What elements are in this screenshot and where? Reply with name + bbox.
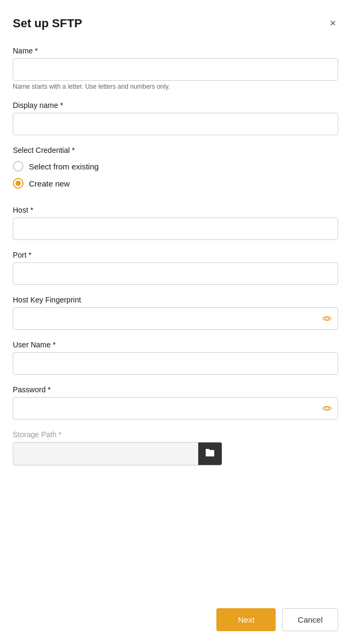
host-key-fingerprint-wrapper	[13, 307, 338, 330]
user-name-input[interactable]	[13, 352, 338, 375]
user-name-group: User Name *	[13, 340, 338, 375]
password-group: Password *	[13, 385, 338, 420]
port-input[interactable]	[13, 262, 338, 285]
host-key-fingerprint-label: Host Key Fingerprint	[13, 296, 338, 304]
password-label: Password *	[13, 385, 338, 394]
setup-sftp-modal: Set up SFTP × Name * Name starts with a …	[0, 0, 351, 644]
form-body: Name * Name starts with a letter. Use le…	[13, 46, 338, 587]
storage-path-group: Storage Path *	[13, 430, 338, 465]
folder-browse-button[interactable]	[198, 442, 222, 465]
port-label: Port *	[13, 251, 338, 259]
credential-group: Select Credential * Select from existing…	[13, 146, 338, 195]
svg-point-1	[325, 407, 329, 410]
display-name-label: Display name *	[13, 101, 338, 110]
create-new-radio[interactable]	[13, 178, 24, 189]
host-input[interactable]	[13, 218, 338, 240]
modal-title: Set up SFTP	[13, 17, 82, 30]
host-key-fingerprint-group: Host Key Fingerprint	[13, 296, 338, 330]
name-hint: Name starts with a letter. Use letters a…	[13, 83, 338, 90]
modal-footer: Next Cancel	[13, 587, 338, 631]
select-existing-label: Select from existing	[29, 162, 99, 171]
password-input[interactable]	[13, 397, 338, 420]
user-name-label: User Name *	[13, 340, 338, 349]
folder-icon	[205, 448, 215, 460]
display-name-input[interactable]	[13, 113, 338, 135]
name-input[interactable]	[13, 58, 338, 81]
host-key-fingerprint-input[interactable]	[13, 307, 338, 330]
port-group: Port *	[13, 251, 338, 285]
host-label: Host *	[13, 206, 338, 214]
cancel-button[interactable]: Cancel	[282, 608, 338, 631]
storage-path-label: Storage Path *	[13, 430, 338, 439]
name-label: Name *	[13, 46, 338, 55]
password-wrapper	[13, 397, 338, 420]
name-group: Name * Name starts with a letter. Use le…	[13, 46, 338, 90]
next-button[interactable]: Next	[216, 608, 276, 631]
select-existing-radio[interactable]	[13, 161, 24, 172]
credential-label: Select Credential *	[13, 146, 338, 154]
select-existing-option[interactable]: Select from existing	[13, 161, 338, 172]
create-new-option[interactable]: Create new	[13, 178, 338, 189]
svg-point-0	[325, 317, 329, 320]
storage-path-input[interactable]	[13, 445, 198, 462]
display-name-group: Display name *	[13, 101, 338, 135]
password-eye-icon[interactable]	[322, 405, 332, 412]
storage-path-wrapper	[13, 442, 222, 465]
close-icon: ×	[330, 17, 336, 29]
close-button[interactable]: ×	[327, 15, 338, 32]
create-new-label: Create new	[29, 179, 70, 188]
modal-header: Set up SFTP ×	[13, 15, 338, 32]
host-group: Host *	[13, 206, 338, 240]
host-key-fingerprint-eye-icon[interactable]	[322, 315, 332, 322]
